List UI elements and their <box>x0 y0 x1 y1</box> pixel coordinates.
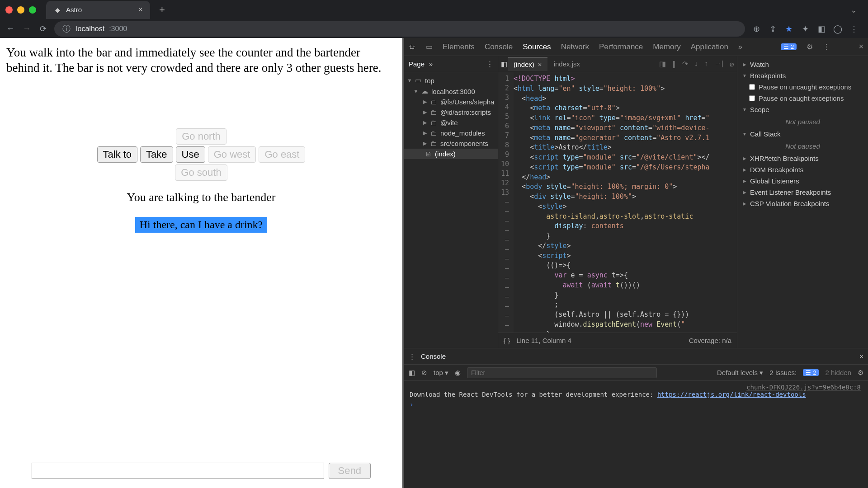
dialogue-highlight: Hi there, can I have a drink? <box>135 217 268 233</box>
talk-to-button[interactable]: Talk to <box>97 146 138 163</box>
browser-tab[interactable]: ◆ Astro × <box>46 1 150 19</box>
tree-file-index[interactable]: 🗎(index) <box>404 149 498 159</box>
url-field[interactable]: ⓘ localhost:3000 <box>54 21 745 37</box>
console-issues-badge[interactable]: ☰ 2 <box>803 369 819 376</box>
tree-folder[interactable]: ▶🗀@vite <box>404 117 498 128</box>
log-levels-dropdown[interactable]: Default levels ▾ <box>717 369 763 377</box>
site-info-icon[interactable]: ⓘ <box>61 24 71 34</box>
drawer-console-tab[interactable]: Console <box>421 352 446 360</box>
navigator-page-tab[interactable]: Page <box>409 60 425 68</box>
console-message: Download the React DevTools for a better… <box>410 391 863 398</box>
tree-folder[interactable]: ▶🗀@id/astro:scripts <box>404 107 498 117</box>
use-button[interactable]: Use <box>176 146 205 163</box>
console-source-link[interactable]: chunk-DFKQJ226.js?v=9e6b4e8c:8 <box>410 384 863 391</box>
step-out-icon[interactable]: ↑ <box>704 60 708 68</box>
tree-origin[interactable]: ▼☁localhost:3000 <box>404 86 498 97</box>
callstack-not-paused: Not paused <box>737 140 868 153</box>
step-over-icon[interactable]: ↷ <box>682 60 688 68</box>
pretty-print-icon[interactable]: { } <box>504 337 510 344</box>
inspect-element-icon[interactable]: ⯐ <box>409 43 416 51</box>
back-icon[interactable]: ← <box>5 24 15 34</box>
send-button[interactable]: Send <box>329 463 371 479</box>
tab-sources[interactable]: Sources <box>523 42 551 52</box>
pause-caught-checkbox[interactable]: Pause on caught exceptions <box>737 93 868 104</box>
source-code[interactable]: <!DOCTYPE html> <html lang="en" style="h… <box>514 72 710 333</box>
devtools-close-icon[interactable]: × <box>859 42 863 52</box>
react-devtools-link[interactable]: https://reactjs.org/link/react-devtools <box>657 391 806 398</box>
csp-breakpoints-section[interactable]: ▶CSP Violation Breakpoints <box>737 198 868 209</box>
forward-icon: → <box>22 24 32 34</box>
extensions-puzzle-icon[interactable]: ✦ <box>800 24 810 34</box>
console-context[interactable]: top ▾ <box>434 369 448 377</box>
go-south-button[interactable]: Go south <box>175 164 227 181</box>
tab-elements[interactable]: Elements <box>443 42 475 52</box>
breakpoints-section[interactable]: ▼Breakpoints <box>737 70 868 81</box>
drawer-menu-icon[interactable]: ⋮ <box>409 352 415 361</box>
close-icon[interactable]: × <box>138 5 143 14</box>
tree-folder[interactable]: ▶🗀@fs/Users/stepha <box>404 97 498 107</box>
navigator-more-icon[interactable]: » <box>429 60 433 68</box>
bookmark-star-icon[interactable]: ★ <box>784 24 794 34</box>
zoom-icon[interactable]: ⊕ <box>751 24 761 34</box>
reload-icon[interactable]: ⟳ <box>38 24 48 34</box>
status-line: You are talking to the bartender <box>0 191 402 204</box>
clear-console-icon[interactable]: ⊘ <box>421 369 427 377</box>
hidden-count: 2 hidden <box>825 369 851 376</box>
menu-icon[interactable]: ⋮ <box>849 24 859 34</box>
window-close[interactable] <box>5 6 13 14</box>
tab-console[interactable]: Console <box>485 42 513 52</box>
new-tab-button[interactable]: + <box>155 4 170 16</box>
xhr-breakpoints-section[interactable]: ▶XHR/fetch Breakpoints <box>737 153 868 164</box>
window-minimize[interactable] <box>17 6 24 14</box>
take-button[interactable]: Take <box>140 146 173 163</box>
tab-network[interactable]: Network <box>561 42 589 52</box>
toggle-debugger-icon[interactable]: ◨ <box>659 60 666 68</box>
more-tabs-icon[interactable]: » <box>738 43 742 51</box>
console-filter-input[interactable] <box>467 367 657 378</box>
drawer-close-icon[interactable]: × <box>859 352 863 360</box>
tree-folder[interactable]: ▶🗀node_modules <box>404 128 498 138</box>
settings-gear-icon[interactable]: ⚙ <box>807 42 813 51</box>
chevron-down-icon[interactable]: ⌄ <box>850 5 863 15</box>
cursor-position: Line 11, Column 4 <box>516 337 571 344</box>
issues-badge[interactable]: ☰ 2 <box>781 43 797 50</box>
go-north-button[interactable]: Go north <box>176 128 226 145</box>
event-listener-breakpoints-section[interactable]: ▶Event Listener Breakpoints <box>737 187 868 198</box>
side-panel-icon[interactable]: ◧ <box>816 24 826 34</box>
issues-label: 2 Issues: <box>769 369 797 376</box>
pause-uncaught-checkbox[interactable]: Pause on uncaught exceptions <box>737 81 868 93</box>
console-prompt[interactable]: › <box>410 401 863 408</box>
console-settings-gear-icon[interactable]: ⚙ <box>858 369 863 377</box>
tab-application[interactable]: Application <box>691 42 728 52</box>
message-input[interactable] <box>32 463 324 479</box>
scope-section[interactable]: ▼Scope <box>737 104 868 115</box>
step-into-icon[interactable]: ↓ <box>694 60 698 68</box>
navigator-menu-icon[interactable]: ⋮ <box>486 60 493 68</box>
tab-performance[interactable]: Performance <box>599 42 643 52</box>
file-tab-index[interactable]: (index)× <box>508 57 547 71</box>
tree-folder[interactable]: ▶🗀src/components <box>404 138 498 149</box>
coverage-info: Coverage: n/a <box>689 337 731 344</box>
global-listeners-section[interactable]: ▶Global Listeners <box>737 175 868 187</box>
file-tab-indexjsx[interactable]: index.jsx <box>548 57 585 70</box>
share-icon[interactable]: ⇪ <box>768 24 778 34</box>
pause-icon[interactable]: ‖ <box>672 60 676 68</box>
deactivate-breakpoints-icon[interactable]: ⌀ <box>730 60 734 68</box>
go-east-button[interactable]: Go east <box>259 146 305 163</box>
tree-top[interactable]: ▼▭top <box>404 75 498 86</box>
callstack-section[interactable]: ▼Call Stack <box>737 128 868 140</box>
window-maximize[interactable] <box>29 6 36 14</box>
toggle-navigator-icon[interactable]: ◧ <box>501 60 507 68</box>
live-expression-icon[interactable]: ◉ <box>455 369 461 377</box>
watch-section[interactable]: ▶Watch <box>737 59 868 70</box>
console-sidebar-icon[interactable]: ◧ <box>409 369 415 377</box>
profile-icon[interactable]: ◯ <box>833 24 843 34</box>
dom-breakpoints-section[interactable]: ▶DOM Breakpoints <box>737 164 868 175</box>
tab-memory[interactable]: Memory <box>653 42 680 52</box>
device-toolbar-icon[interactable]: ▭ <box>426 42 433 51</box>
devtools-menu-icon[interactable]: ⋮ <box>823 42 830 51</box>
close-icon[interactable]: × <box>538 61 542 68</box>
step-icon[interactable]: →| <box>714 60 723 68</box>
go-west-button[interactable]: Go west <box>208 146 256 163</box>
narrative-text: You walk into the bar and immediately se… <box>0 38 402 83</box>
